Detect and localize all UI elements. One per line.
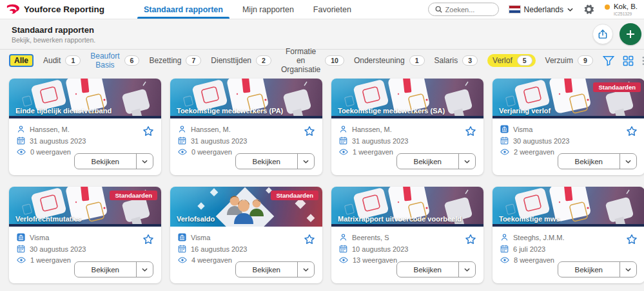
filter-chip[interactable]: Alle xyxy=(9,54,34,67)
bekijken-button[interactable]: Bekijken xyxy=(75,262,136,277)
favorite-star-button[interactable] xyxy=(142,125,155,140)
report-card[interactable]: Einde tijdelijk dienstverband Hanssen, M… xyxy=(9,79,161,175)
bekijken-dropdown-button[interactable] xyxy=(620,262,636,277)
chevron-down-icon xyxy=(567,8,573,12)
standaarden-badge: Standaarden xyxy=(593,82,641,92)
eye-icon xyxy=(339,257,348,263)
star-icon xyxy=(303,233,316,246)
filter-chip[interactable]: Diensttijden 2 xyxy=(211,55,271,66)
report-date: 16 augustus 2023 xyxy=(178,245,315,253)
report-date: 10 augustus 2023 xyxy=(339,245,476,253)
report-date: 31 augustus 2023 xyxy=(339,136,476,145)
favorite-star-button[interactable] xyxy=(303,233,316,248)
favorite-star-button[interactable] xyxy=(464,125,477,140)
report-card[interactable]: Toekomstige medewerkers (PA) Hanssen, M.… xyxy=(170,79,322,175)
report-card[interactable]: Toekomstige medewerkers (SA) Hanssen, M.… xyxy=(331,79,483,175)
tab-mijn-rapporten[interactable]: Mijn rapporten xyxy=(233,0,304,19)
favorite-star-button[interactable] xyxy=(625,125,638,140)
bekijken-button[interactable]: Bekijken xyxy=(558,262,620,277)
bekijken-button[interactable]: Bekijken xyxy=(397,154,458,169)
calendar-icon xyxy=(339,245,347,253)
settings-button[interactable] xyxy=(583,4,594,15)
report-card[interactable]: Toekomstige mws Steeghs, J.M.M. 6 juli 2… xyxy=(493,187,644,283)
bekijken-button[interactable]: Bekijken xyxy=(558,154,620,169)
filter-chip[interactable]: Audit 1 xyxy=(43,55,81,66)
tab-favorieten[interactable]: Favorieten xyxy=(304,0,361,19)
filter-chip[interactable]: Bezetting 7 xyxy=(149,55,201,66)
filter-chip[interactable]: Ondersteuning 1 xyxy=(354,55,425,66)
report-date-text: 31 augustus 2023 xyxy=(352,137,408,145)
bekijken-button[interactable]: Bekijken xyxy=(75,154,136,169)
report-card[interactable]: Standaarden Verlofsaldo Visma 16 augustu… xyxy=(170,187,322,283)
report-card-body: Hanssen, M. 31 augustus 2023 1 weergaven xyxy=(331,118,483,156)
calendar-icon xyxy=(178,136,186,145)
report-author-name: Visma xyxy=(30,234,49,241)
bekijken-button[interactable]: Bekijken xyxy=(236,262,297,277)
report-author: Hanssen, M. xyxy=(178,125,315,133)
report-date-text: 16 augustus 2023 xyxy=(191,245,247,253)
bekijken-button[interactable]: Bekijken xyxy=(397,262,458,277)
filter-chip-count: 1 xyxy=(65,55,81,66)
bekijken-dropdown-button[interactable] xyxy=(136,154,153,169)
page-title: Standaard rapporten xyxy=(12,25,95,35)
report-author-name: Visma xyxy=(513,126,532,133)
page-header-actions xyxy=(592,23,632,45)
filter-chip[interactable]: Verzuim 9 xyxy=(545,55,593,66)
bekijken-button[interactable]: Bekijken xyxy=(236,154,297,169)
caret-down-icon xyxy=(625,160,631,164)
filter-chip[interactable]: Beaufort Basis 6 xyxy=(90,52,139,70)
search-input[interactable] xyxy=(445,6,492,14)
bekijken-dropdown-button[interactable] xyxy=(620,154,636,169)
filter-chip[interactable]: Formatie en Organisatie 10 xyxy=(281,47,344,74)
report-card-image: Matrixrapport uitvoercode voorbeeld xyxy=(331,187,483,227)
user-menu[interactable]: Kok, B. IC251329 xyxy=(605,3,638,15)
brand-title: Youforce Reporting xyxy=(24,5,104,14)
person-icon xyxy=(500,233,509,241)
grid-view-button[interactable] xyxy=(623,55,634,66)
bekijken-dropdown-button[interactable] xyxy=(136,262,153,277)
calendar-icon xyxy=(500,245,509,253)
star-icon xyxy=(464,233,477,246)
tab-standaard-rapporten[interactable]: Standaard rapporten xyxy=(134,0,233,19)
filter-chip-count: 6 xyxy=(124,55,140,66)
person-icon xyxy=(17,125,25,133)
report-card[interactable]: Matrixrapport uitvoercode voorbeeld Beer… xyxy=(331,187,483,283)
eye-icon xyxy=(178,149,187,155)
report-card-image: Toekomstige mws xyxy=(493,187,644,227)
favorite-star-button[interactable] xyxy=(303,125,316,140)
favorite-star-button[interactable] xyxy=(142,233,155,248)
add-report-button[interactable] xyxy=(620,23,641,45)
report-date-text: 31 augustus 2023 xyxy=(30,137,86,145)
filter-funnel-icon xyxy=(603,55,614,66)
share-button[interactable] xyxy=(592,24,613,44)
favorite-star-button[interactable] xyxy=(625,233,638,248)
report-views-text: 1 weergaven xyxy=(353,148,393,156)
bekijken-dropdown-button[interactable] xyxy=(458,262,475,277)
search-icon xyxy=(435,6,442,13)
report-card[interactable]: Standaarden Verlofrechtmutaties Visma 30… xyxy=(9,187,161,283)
filter-chip[interactable]: Verlof 5 xyxy=(487,54,536,67)
search-box[interactable] xyxy=(428,3,499,16)
filter-chip-count: 5 xyxy=(517,55,532,66)
star-icon xyxy=(142,233,155,246)
calendar-icon xyxy=(17,136,25,145)
star-icon xyxy=(464,125,477,138)
report-card[interactable]: Standaarden Verjaring verlof Visma 30 au… xyxy=(493,79,644,175)
eye-icon xyxy=(500,257,509,263)
brand: Youforce Reporting xyxy=(6,0,104,19)
filter-chip-label: Ondersteuning xyxy=(354,56,405,65)
main-tabs: Standaard rapporten Mijn rapporten Favor… xyxy=(134,0,361,19)
bekijken-dropdown-button[interactable] xyxy=(458,154,475,169)
filter-chip[interactable]: Salaris 3 xyxy=(434,55,478,66)
report-author-name: Beerents, S xyxy=(352,234,389,241)
bekijken-dropdown-button[interactable] xyxy=(297,154,314,169)
bekijken-dropdown-button[interactable] xyxy=(297,262,314,277)
language-selector[interactable]: Nederlands xyxy=(509,5,573,14)
grid-view-icon xyxy=(623,55,634,66)
filter-button[interactable] xyxy=(603,55,614,66)
caret-down-icon xyxy=(142,160,148,164)
filter-chip-label: Bezetting xyxy=(149,56,181,65)
report-card-image: Toekomstige medewerkers (SA) xyxy=(331,79,483,118)
favorite-star-button[interactable] xyxy=(464,233,477,248)
report-author-name: Steeghs, J.M.M. xyxy=(513,234,564,241)
